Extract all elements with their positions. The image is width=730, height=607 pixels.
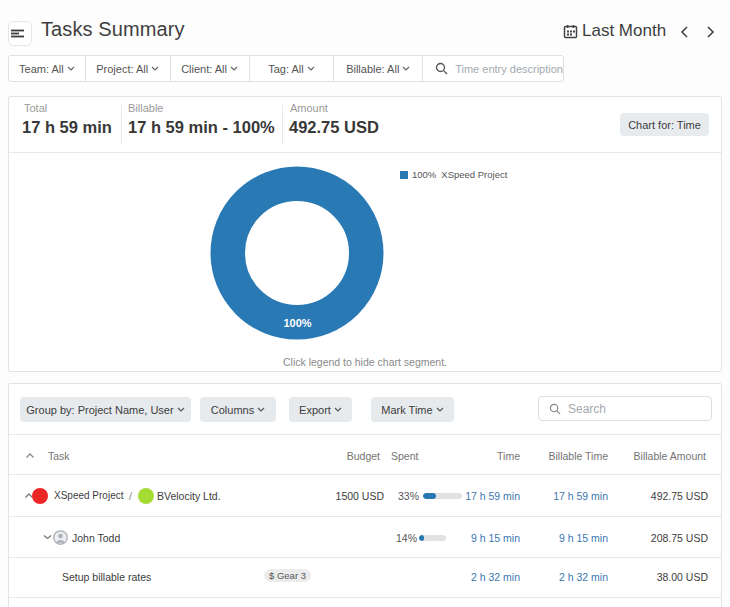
svg-text:100%: 100% <box>283 317 311 329</box>
